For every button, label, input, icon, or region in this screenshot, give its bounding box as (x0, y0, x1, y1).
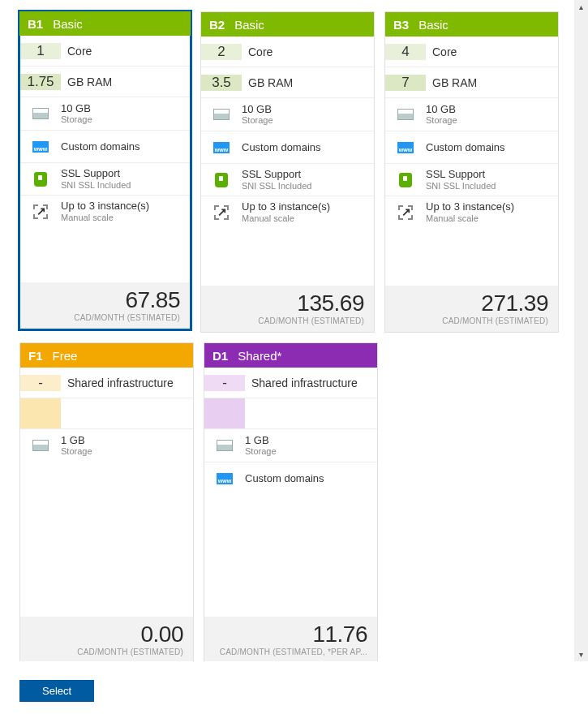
custom-domains-label: Custom domains (426, 141, 558, 153)
scrollbar[interactable]: ▴ ▾ (574, 0, 588, 661)
spec-cores-row: 1 Core (20, 36, 190, 67)
ssl-sublabel: SNI SSL Included (426, 181, 558, 191)
tier-header: B3 Basic (385, 12, 558, 37)
scale-icon (398, 205, 413, 220)
spec-cores-row: 4 Core (385, 37, 558, 67)
storage-icon (397, 109, 414, 120)
tier-name: Basic (53, 17, 83, 31)
price-value: 271.39 (395, 290, 548, 316)
feature-custom-domains: www Custom domains (385, 131, 558, 163)
feature-ssl: SSL Support SNI SSL Included (201, 163, 374, 196)
price-label: CAD/MONTH (ESTIMATED) (395, 316, 548, 325)
tier-code: B2 (209, 18, 225, 32)
tier-header: B2 Basic (201, 12, 374, 37)
price-value: 67.85 (30, 287, 180, 313)
tier-card-f1[interactable]: F1 Free - Shared infrastructure 1 GB Sto… (19, 342, 194, 661)
instances-sublabel: Manual scale (426, 213, 558, 223)
shield-icon (34, 172, 47, 187)
cores-value: 2 (201, 44, 242, 60)
price-label: CAD/MONTH (ESTIMATED) (30, 313, 180, 322)
cores-value: 1 (20, 43, 61, 59)
ram-value: 7 (385, 75, 426, 91)
custom-domains-label: Custom domains (61, 140, 190, 153)
tier-header: B1 Basic (19, 11, 191, 36)
tier-card-b2[interactable]: B2 Basic 2 Core 3.5 GB RAM 10 GB Storage… (200, 11, 375, 333)
tier-header: D1 Shared* (204, 343, 377, 368)
tier-card-d1[interactable]: D1 Shared* - Shared infrastructure 1 GB … (204, 342, 378, 661)
feature-storage: 10 GB Storage (385, 98, 558, 131)
tier-code: B1 (28, 17, 43, 31)
tier-code: D1 (212, 349, 228, 363)
feature-custom-domains: www Custom domains (204, 462, 377, 494)
custom-domains-label: Custom domains (242, 141, 374, 153)
price-box: 0.00 CAD/MONTH (ESTIMATED) (20, 617, 193, 661)
feature-custom-domains: www Custom domains (201, 131, 374, 163)
price-value: 135.69 (211, 290, 364, 316)
feature-storage: 10 GB Storage (20, 97, 190, 130)
storage-value: 1 GB (245, 435, 377, 446)
storage-value: 10 GB (242, 104, 374, 115)
infra-label: Shared infrastructure (61, 376, 174, 389)
feature-storage: 10 GB Storage (201, 98, 374, 131)
custom-domains-label: Custom domains (245, 472, 377, 484)
storage-label: Storage (245, 446, 377, 456)
shield-icon (215, 173, 228, 187)
www-icon: www (397, 142, 414, 153)
spec-blank-row (204, 398, 377, 429)
ram-label: GB RAM (426, 76, 477, 89)
ram-value: 3.5 (201, 75, 242, 91)
shield-icon (399, 173, 412, 187)
scale-icon (33, 204, 48, 219)
spec-blank-row (20, 398, 193, 429)
scale-icon (214, 205, 229, 220)
www-icon: www (217, 473, 233, 484)
feature-custom-domains: www Custom domains (20, 130, 190, 162)
footer-bar: Select (0, 680, 580, 702)
cores-label: Core (426, 45, 457, 58)
infra-dash: - (20, 375, 61, 391)
price-box: 67.85 CAD/MONTH (ESTIMATED) (20, 282, 190, 329)
spec-ram-row: 7 GB RAM (385, 67, 558, 98)
storage-icon (217, 440, 233, 451)
price-label: CAD/MONTH (ESTIMATED) (30, 647, 183, 656)
storage-icon (213, 109, 230, 120)
ssl-sublabel: SNI SSL Included (61, 180, 190, 190)
scrollbar-up-icon[interactable]: ▴ (574, 0, 588, 14)
tier-header: F1 Free (20, 343, 193, 368)
instances-sublabel: Manual scale (61, 213, 190, 222)
cores-label: Core (242, 45, 273, 58)
ssl-label: SSL Support (426, 169, 558, 180)
storage-label: Storage (426, 115, 558, 125)
feature-instances: Up to 3 instance(s) Manual scale (385, 196, 558, 228)
feature-storage: 1 GB Storage (20, 429, 193, 462)
tier-card-b1[interactable]: B1 Basic 1 Core 1.75 GB RAM 10 GB Storag… (18, 10, 192, 331)
instances-sublabel: Manual scale (242, 213, 374, 223)
storage-value: 1 GB (61, 435, 193, 446)
ram-label: GB RAM (242, 76, 293, 89)
tier-name: Basic (234, 18, 264, 32)
storage-label: Storage (242, 115, 374, 125)
cores-value: 4 (385, 44, 426, 60)
tier-card-b3[interactable]: B3 Basic 4 Core 7 GB RAM 10 GB Storage w… (384, 11, 559, 333)
ram-value: 1.75 (20, 74, 61, 90)
ssl-label: SSL Support (242, 169, 374, 180)
spec-ram-row: 3.5 GB RAM (201, 67, 374, 98)
scrollbar-down-icon[interactable]: ▾ (574, 647, 588, 661)
infra-label: Shared infrastructure (245, 376, 358, 389)
storage-value: 10 GB (61, 103, 190, 114)
infra-dash: - (204, 375, 245, 391)
price-value: 0.00 (30, 622, 183, 647)
select-button[interactable]: Select (19, 680, 94, 702)
feature-instances: Up to 3 instance(s) Manual scale (201, 196, 374, 228)
storage-label: Storage (61, 446, 193, 456)
price-value: 11.76 (214, 622, 367, 647)
price-label: CAD/MONTH (ESTIMATED) (211, 316, 364, 325)
instances-label: Up to 3 instance(s) (61, 200, 190, 212)
price-box: 271.39 CAD/MONTH (ESTIMATED) (385, 286, 558, 332)
tier-name: Basic (418, 18, 449, 32)
ssl-sublabel: SNI SSL Included (242, 181, 374, 191)
cores-label: Core (61, 45, 92, 58)
instances-label: Up to 3 instance(s) (426, 201, 558, 213)
www-icon: www (213, 142, 230, 153)
storage-value: 10 GB (426, 104, 558, 115)
